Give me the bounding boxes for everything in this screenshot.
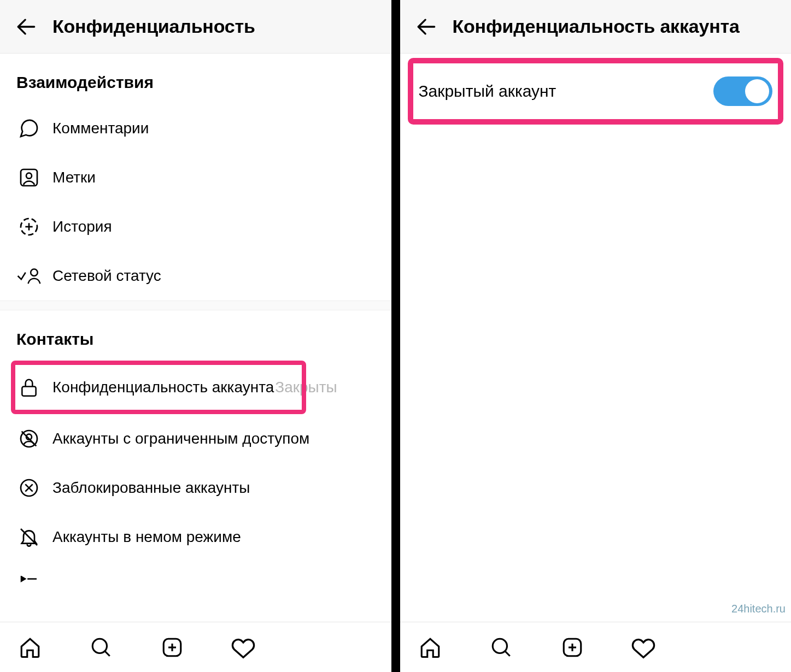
row-label: Заблокированные аккаунты bbox=[52, 479, 250, 497]
back-button[interactable] bbox=[13, 14, 39, 40]
page-title: Конфиденциальность аккаунта bbox=[453, 16, 740, 37]
svg-point-23 bbox=[493, 639, 507, 653]
home-icon bbox=[419, 636, 442, 659]
svg-rect-1 bbox=[21, 169, 37, 186]
page-title: Конфиденциальность bbox=[52, 16, 255, 37]
row-blocked-accounts[interactable]: Заблокированные аккаунты bbox=[0, 463, 391, 512]
search-icon bbox=[90, 636, 113, 659]
row-tags[interactable]: Метки bbox=[0, 153, 391, 202]
bottom-nav bbox=[400, 622, 792, 672]
arrow-left-icon bbox=[414, 15, 438, 39]
nav-search[interactable] bbox=[87, 634, 115, 661]
row-restricted-accounts[interactable]: Аккаунты с ограниченным доступом bbox=[0, 414, 391, 463]
section-contacts-title: Контакты bbox=[0, 310, 391, 361]
header-bar: Конфиденциальность аккаунта bbox=[400, 0, 792, 54]
add-square-icon bbox=[161, 636, 184, 659]
svg-point-2 bbox=[26, 173, 32, 179]
nav-add[interactable] bbox=[559, 634, 586, 661]
search-icon bbox=[490, 636, 513, 659]
section-interactions-title: Взаимодействия bbox=[0, 54, 391, 104]
row-comments[interactable]: Комментарии bbox=[0, 104, 391, 153]
home-icon bbox=[19, 636, 42, 659]
arrow-left-icon bbox=[14, 15, 38, 39]
row-label: Аккаунты в немом режиме bbox=[52, 528, 241, 546]
settings-content: Взаимодействия Комментарии Метки История bbox=[0, 54, 391, 622]
row-label: Конфиденциальность аккаунта bbox=[52, 379, 274, 396]
row-partial bbox=[0, 562, 391, 592]
header-bar: Конфиденциальность bbox=[0, 0, 391, 54]
row-label: Сетевой статус bbox=[52, 267, 161, 285]
back-button[interactable] bbox=[413, 14, 440, 40]
row-sub-value: Закрыты bbox=[275, 379, 337, 396]
row-label: Комментарии bbox=[52, 120, 149, 137]
section-divider bbox=[0, 300, 391, 310]
svg-point-6 bbox=[31, 269, 38, 276]
settings-content: Закрытый аккаунт bbox=[400, 54, 792, 622]
lock-icon bbox=[16, 375, 42, 400]
toggle-label: Закрытый аккаунт bbox=[419, 82, 556, 101]
nav-home[interactable] bbox=[417, 634, 444, 661]
close-circle-icon bbox=[16, 475, 42, 500]
svg-rect-7 bbox=[22, 386, 36, 396]
row-muted-accounts[interactable]: Аккаунты в немом режиме bbox=[0, 512, 391, 562]
svg-line-18 bbox=[105, 651, 110, 656]
row-label: Метки bbox=[52, 169, 96, 186]
comment-icon bbox=[16, 116, 42, 141]
row-label: История bbox=[52, 218, 112, 235]
svg-line-24 bbox=[505, 651, 510, 656]
nav-search[interactable] bbox=[488, 634, 515, 661]
private-account-toggle[interactable] bbox=[713, 76, 772, 106]
nav-add[interactable] bbox=[159, 634, 186, 661]
bottom-nav bbox=[0, 622, 391, 672]
bell-off-icon bbox=[16, 524, 42, 550]
row-story[interactable]: История bbox=[0, 202, 391, 251]
svg-point-17 bbox=[92, 639, 107, 653]
restricted-icon bbox=[16, 426, 42, 451]
watermark-text: 24hitech.ru bbox=[731, 603, 786, 615]
row-activity-status[interactable]: Сетевой статус bbox=[0, 251, 391, 300]
privacy-settings-screen: Конфиденциальность Взаимодействия Коммен… bbox=[0, 0, 396, 672]
nav-home[interactable] bbox=[16, 634, 44, 661]
tag-person-icon bbox=[16, 165, 42, 190]
add-square-icon bbox=[561, 636, 584, 659]
row-private-account[interactable]: Закрытый аккаунт bbox=[405, 58, 787, 125]
toggle-knob bbox=[745, 79, 769, 103]
heart-icon bbox=[631, 635, 655, 659]
row-account-privacy[interactable]: Конфиденциальность аккаунта Закрыты bbox=[0, 361, 391, 414]
nav-activity[interactable] bbox=[230, 634, 257, 661]
story-add-icon bbox=[16, 214, 42, 239]
row-label: Аккаунты с ограниченным доступом bbox=[52, 430, 309, 447]
heart-icon bbox=[231, 635, 255, 659]
list-icon bbox=[16, 567, 42, 592]
account-privacy-screen: Конфиденциальность аккаунта Закрытый акк… bbox=[396, 0, 792, 672]
activity-status-icon bbox=[16, 263, 42, 288]
svg-marker-15 bbox=[21, 576, 25, 581]
nav-activity[interactable] bbox=[630, 634, 657, 661]
